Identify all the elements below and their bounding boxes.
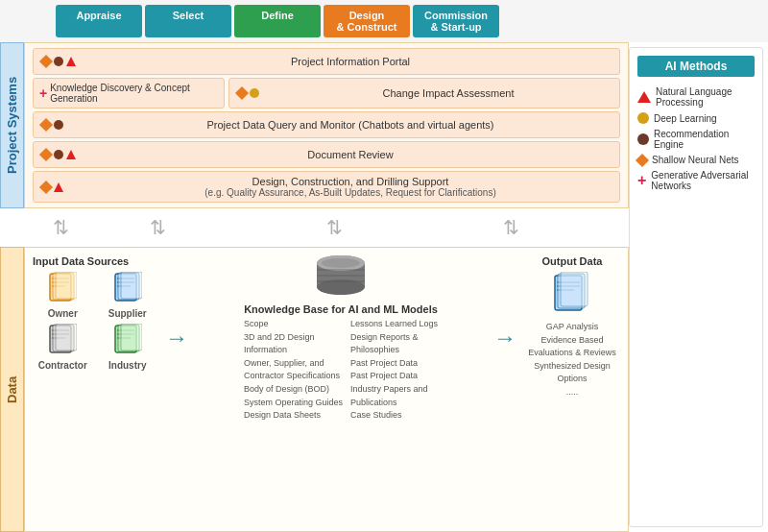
output-doc-icon: [553, 272, 591, 318]
svg-rect-37: [561, 272, 588, 306]
output-data: Output Data GAP Analysis: [524, 255, 620, 399]
knowledge-label: Knowledge Discovery & Concept Generation: [50, 83, 218, 104]
row-document-review: Document Review: [33, 141, 620, 168]
industry-doc-icon: [113, 324, 142, 358]
gan-icon: +: [637, 173, 646, 188]
dl-label: Deep Learning: [654, 113, 717, 124]
data-top-row: Input Data Sources: [33, 255, 620, 422]
supplier-label: Supplier: [108, 308, 147, 319]
contractor-doc-icon: [48, 324, 77, 358]
row2-icons: [41, 120, 84, 130]
gan-label: Generative Adversarial Networks: [651, 170, 755, 191]
svg-rect-29: [317, 269, 365, 271]
nlp-icon: [637, 91, 651, 103]
row3-text: Document Review: [89, 149, 612, 160]
kb-col1: Scope 3D and 2D Design Information Owner…: [244, 318, 343, 422]
data-section: Data Input Data Sources: [0, 247, 629, 532]
phase-define[interactable]: Define: [234, 5, 321, 37]
row1-icons: [237, 88, 280, 98]
nlp-label: Natural Language Processing: [656, 86, 755, 108]
sources-grid: Owner: [33, 272, 157, 371]
dl-icon: [637, 112, 649, 124]
input-sources: Input Data Sources: [33, 255, 157, 371]
row-design-support: Design, Construction, and Drilling Suppo…: [33, 171, 620, 203]
ai-nlp: Natural Language Processing: [637, 86, 755, 108]
plus-icon: +: [39, 85, 47, 101]
supplier-doc-icon: [113, 272, 142, 306]
arrow4: ⇅: [503, 218, 519, 237]
arrow-to-kb: →: [165, 325, 188, 351]
owner-doc-icon: [48, 272, 77, 306]
source-owner: Owner: [33, 272, 93, 319]
diamond-icon5: [39, 180, 53, 193]
row-project-query: Project Data Query and Monitor (Chatbots…: [33, 111, 620, 138]
re-icon: [637, 133, 649, 145]
snn-label: Shallow Neural Nets: [652, 155, 739, 165]
project-systems-label: Project Systems: [0, 42, 24, 208]
arrow1: ⇅: [53, 218, 69, 237]
row2-text: Project Data Query and Monitor (Chatbots…: [89, 119, 612, 131]
row4-text-area: Design, Construction, and Drilling Suppo…: [89, 176, 612, 198]
phase-select[interactable]: Select: [145, 5, 231, 37]
project-systems-content: Project Information Portal + Knowledge D…: [24, 42, 629, 208]
ai-methods-title: AI Methods: [637, 56, 755, 77]
kb-col2: Lessons Learned Logs Design Reports & Ph…: [350, 318, 438, 422]
svg-rect-17: [56, 324, 77, 351]
circle-gold: [250, 88, 259, 98]
triangle-icon2: [66, 150, 76, 159]
svg-point-28: [322, 258, 360, 268]
main-body: Project Systems Project Information Port…: [0, 42, 768, 532]
row1-text: Change Impact Assessment: [285, 87, 612, 99]
knowledge-base: Knowledge Base for AI and ML Models Scop…: [196, 255, 486, 422]
arrow-to-output: →: [493, 325, 516, 351]
contractor-label: Contractor: [38, 360, 87, 371]
svg-rect-30: [317, 275, 365, 277]
ai-gan: + Generative Adversarial Networks: [637, 170, 755, 191]
circle-icon3: [54, 150, 63, 159]
snn-icon: [636, 153, 649, 166]
svg-rect-31: [317, 280, 365, 282]
output-text: GAP Analysis Evidence Based Evaluations …: [528, 321, 616, 399]
data-content: Input Data Sources: [24, 247, 629, 532]
row-knowledge: + Knowledge Discovery & Concept Generati…: [33, 78, 620, 109]
kb-columns: Scope 3D and 2D Design Information Owner…: [244, 318, 438, 422]
diamond-icon2: [235, 86, 249, 100]
output-title: Output Data: [542, 255, 603, 267]
arrows-section: ⇅ ⇅ ⇅ ⇅: [0, 208, 629, 247]
change-impact-cell: Change Impact Assessment: [228, 78, 620, 109]
re-label: Recommendation Engine: [654, 129, 755, 150]
ai-methods-panel: AI Methods Natural Language Processing D…: [629, 47, 763, 527]
industry-label: Industry: [108, 360, 146, 371]
phase-appraise[interactable]: Appraise: [56, 5, 142, 37]
phase-design[interactable]: Design & Construct: [324, 5, 410, 37]
diamond-icon4: [39, 148, 53, 161]
row4-icons: [41, 182, 84, 192]
data-label: Data: [0, 247, 24, 532]
row3-icons: [41, 150, 84, 159]
knowledge-discovery-cell: + Knowledge Discovery & Concept Generati…: [33, 78, 225, 109]
server-icon: [312, 255, 370, 303]
ai-shallow-nets: Shallow Neural Nets: [637, 155, 755, 165]
arrow3: ⇅: [326, 218, 343, 237]
ai-recommendation: Recommendation Engine: [637, 129, 755, 150]
row4-text: Design, Construction, and Drilling Suppo…: [89, 176, 612, 187]
arrow2: ⇅: [150, 218, 166, 237]
svg-rect-23: [121, 324, 142, 351]
triangle-icon3: [54, 182, 63, 192]
main-layout: Appraise Select Define Design & Construc…: [0, 0, 768, 532]
circle-icon: [54, 57, 63, 66]
svg-rect-5: [56, 272, 77, 299]
row0-icons: [41, 57, 84, 66]
row4-subtext: (e.g. Quality Assurance, As-Built Update…: [89, 187, 612, 198]
circle-icon2: [54, 120, 63, 130]
source-contractor: Contractor: [33, 324, 93, 371]
phase-header-bar: Appraise Select Define Design & Construc…: [0, 0, 768, 42]
source-industry: Industry: [98, 324, 158, 371]
source-supplier: Supplier: [98, 272, 158, 319]
triangle-icon: [66, 57, 76, 66]
ai-deep-learning: Deep Learning: [637, 112, 755, 124]
phase-commission[interactable]: Commission & Start-up: [413, 5, 499, 37]
row0-text: Project Information Portal: [89, 56, 612, 67]
diamond-icon: [39, 55, 53, 68]
kb-title: Knowledge Base for AI and ML Models: [244, 303, 438, 315]
